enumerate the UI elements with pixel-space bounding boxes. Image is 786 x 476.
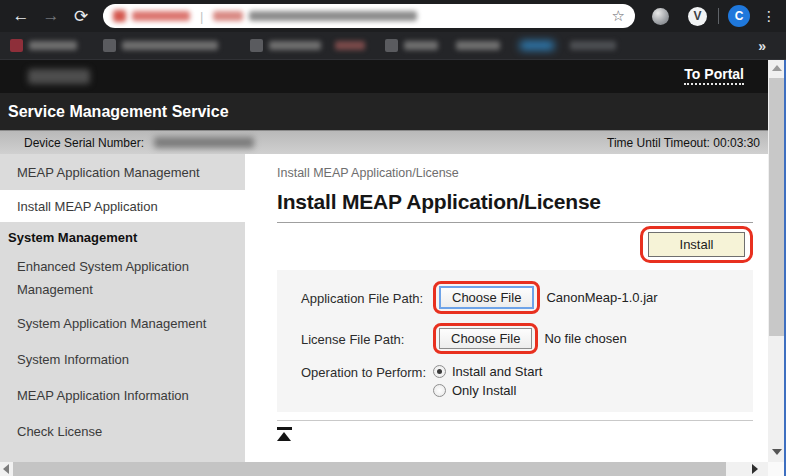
scroll-right-arrow-icon[interactable]: [752, 464, 758, 474]
bookmark-item[interactable]: [456, 41, 500, 50]
bookmark-favicon: [385, 39, 398, 52]
license-choose-file-button[interactable]: Choose File: [439, 328, 532, 349]
back-icon[interactable]: ←: [6, 6, 36, 26]
reload-icon[interactable]: ⟳: [66, 6, 96, 27]
radio-unselected-icon[interactable]: [433, 384, 446, 397]
radio-install-and-start-label: Install and Start: [452, 364, 542, 379]
operation-label: Operation to Perform:: [301, 363, 433, 380]
horizontal-scrollbar[interactable]: [0, 462, 768, 476]
redacted-bookmark-label: [456, 41, 500, 50]
redacted-url-text: [249, 11, 417, 21]
application-file-value: CanonMeap-1.0.jar: [546, 290, 657, 305]
bookmark-item[interactable]: [385, 39, 438, 52]
sidebar-item-meap-application-management[interactable]: MEAP Application Management: [0, 154, 245, 190]
redacted-bookmark-label: [269, 41, 321, 50]
scroll-top-triangle: [277, 432, 291, 441]
service-title-bar: Service Management Service: [0, 93, 768, 130]
sidebar-item-check-license[interactable]: Check License: [0, 413, 245, 449]
bookmark-favicon: [103, 39, 116, 52]
redacted-not-secure-text: [132, 11, 190, 21]
sidebar-item-meap-application-information[interactable]: MEAP Application Information: [0, 377, 245, 413]
redacted-bookmark-label: [335, 41, 365, 50]
address-bar[interactable]: | ☆: [103, 4, 635, 28]
sidebar-item-system-application-management[interactable]: System Application Management: [0, 305, 245, 341]
extension-icon[interactable]: [652, 8, 669, 25]
operation-radio-group: Install and Start Only Install: [433, 363, 542, 398]
not-secure-warning-icon: [113, 10, 126, 22]
bookmark-item[interactable]: [250, 39, 321, 52]
sidebar-item-install-meap-application[interactable]: Install MEAP Application: [0, 190, 245, 222]
content-divider: [277, 420, 753, 421]
horizontal-scroll-thumb[interactable]: [13, 462, 726, 476]
radio-only-install-label: Only Install: [452, 383, 516, 398]
sidebar-section-system-management: System Management: [0, 222, 245, 252]
scroll-up-arrow-icon[interactable]: [772, 65, 782, 71]
main-content: Install MEAP Application/License Install…: [245, 154, 768, 462]
sidebar-menu: MEAP Application Management Install MEAP…: [0, 154, 245, 462]
application-file-label: Application File Path:: [301, 289, 433, 306]
address-separator: |: [200, 9, 203, 24]
bookmark-item[interactable]: [520, 41, 554, 50]
device-serial-bar: Device Serial Number: Time Until Timeout…: [0, 130, 768, 154]
red-annotation-license-choose-file: Choose File: [433, 323, 538, 354]
toolbar-divider: [718, 8, 719, 24]
page-title: Service Management Service: [8, 103, 229, 121]
bookmark-item[interactable]: [10, 39, 77, 52]
page-top-bar: To Portal: [0, 60, 768, 93]
breadcrumb: Install MEAP Application/License: [277, 166, 753, 180]
install-button-row: Install: [277, 226, 753, 268]
bookmark-item[interactable]: [335, 41, 365, 50]
radio-only-install[interactable]: Only Install: [433, 383, 542, 398]
bookmark-item[interactable]: [103, 39, 218, 52]
redacted-bookmark-label: [404, 41, 438, 50]
license-file-value: No file chosen: [544, 331, 626, 346]
device-serial-label: Device Serial Number:: [24, 136, 144, 150]
application-file-row: Application File Path: Choose File Canon…: [301, 281, 753, 314]
license-file-row: License File Path: Choose File No file c…: [301, 323, 753, 354]
to-portal-link[interactable]: To Portal: [684, 66, 744, 85]
application-choose-file-button[interactable]: Choose File: [439, 286, 534, 309]
bookmark-star-icon[interactable]: ☆: [612, 7, 625, 25]
redacted-scheme-text: [213, 11, 243, 21]
redacted-device-name: [28, 69, 90, 84]
radio-selected-icon[interactable]: [433, 365, 446, 378]
redacted-serial-number: [154, 137, 254, 148]
operation-row: Operation to Perform: Install and Start …: [301, 363, 753, 398]
install-form-panel: Application File Path: Choose File Canon…: [277, 270, 753, 412]
bookmark-favicon: [250, 39, 263, 52]
bookmark-favicon: [10, 39, 23, 52]
radio-install-and-start[interactable]: Install and Start: [433, 364, 542, 379]
page-heading: Install MEAP Application/License: [277, 190, 753, 223]
redacted-bookmark-label: [520, 41, 554, 50]
red-annotation-application-choose-file: Choose File: [433, 281, 540, 314]
bookmarks-bar: »: [0, 32, 786, 60]
scroll-down-arrow-icon[interactable]: [772, 449, 782, 455]
extension-v-icon[interactable]: V: [688, 7, 707, 26]
license-file-label: License File Path:: [301, 330, 433, 347]
scroll-to-top-icon[interactable]: [277, 427, 292, 441]
browser-toolbar: ← → ⟳ | ☆ V C ⋮: [0, 0, 786, 32]
sidebar-item-enhanced-system-application-management[interactable]: Enhanced System Application Management: [0, 252, 245, 305]
redacted-bookmark-label: [122, 41, 218, 50]
sidebar-item-system-information[interactable]: System Information: [0, 341, 245, 377]
red-annotation-install: Install: [640, 226, 753, 263]
scroll-left-arrow-icon[interactable]: [3, 464, 9, 474]
profile-avatar[interactable]: C: [728, 5, 750, 27]
timeout-counter: Time Until Timeout: 00:03:30: [607, 136, 760, 150]
redacted-bookmark-label: [29, 41, 77, 50]
redacted-bookmark-label: [570, 41, 616, 50]
bookmark-item[interactable]: [570, 41, 616, 50]
vertical-scroll-thumb[interactable]: [769, 78, 785, 336]
bookmarks-overflow-icon[interactable]: »: [758, 38, 766, 54]
scroll-top-bar: [277, 427, 292, 430]
forward-icon[interactable]: →: [36, 6, 66, 26]
sidebar-item-change-password[interactable]: Change Password: [0, 449, 245, 462]
browser-menu-icon[interactable]: ⋮: [762, 7, 776, 25]
install-button[interactable]: Install: [648, 232, 745, 257]
